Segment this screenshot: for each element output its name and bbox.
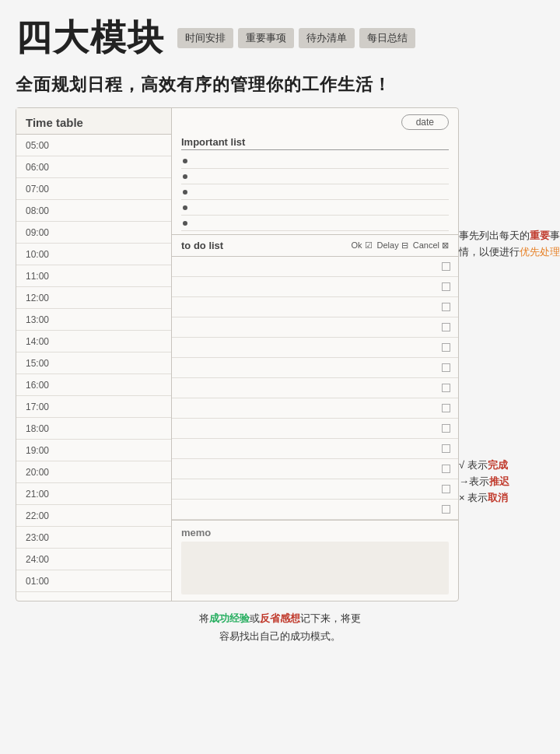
todo-title: to do list — [181, 240, 343, 251]
annot-reflect: 反省感想 — [260, 612, 300, 624]
todo-checkbox[interactable] — [442, 404, 450, 412]
todo-checkbox[interactable] — [442, 424, 450, 433]
todo-row — [172, 257, 458, 277]
time-row: 24:00 — [16, 549, 171, 570]
time-table-header: Time table — [16, 108, 171, 135]
todo-row — [172, 419, 458, 439]
todo-status: Ok ☑ Delay ⊟ Cancel ⊠ — [351, 240, 449, 251]
status-delay: Delay ⊟ — [377, 240, 408, 251]
right-annotations: 事先列出每天的重要事情，以便进行优先处理 √ 表示完成 →表示推迟 × 表示取消 — [459, 107, 560, 601]
annot-cancel: 取消 — [488, 492, 508, 503]
time-row: 11:00 — [16, 265, 171, 287]
memo-title: memo — [181, 527, 449, 538]
time-rows: 05:0006:0007:0008:0009:0010:0011:0012:00… — [16, 135, 171, 592]
todo-row — [172, 500, 458, 520]
todo-checkbox[interactable] — [442, 323, 450, 331]
time-row: 06:00 — [16, 156, 171, 178]
subtitle: 全面规划日程，高效有序的管理你的工作生活！ — [0, 68, 560, 107]
annot-todo: √ 表示完成 →表示推迟 × 表示取消 — [459, 458, 509, 506]
important-item[interactable] — [181, 169, 449, 184]
todo-checkbox[interactable] — [442, 465, 450, 473]
todo-row — [172, 378, 458, 398]
header-tabs: 时间安排 重要事项 待办清单 每日总结 — [177, 28, 415, 48]
important-title: Important list — [181, 136, 449, 148]
annot-important-keyword: 重要 — [530, 230, 550, 241]
bullet-icon — [183, 190, 187, 195]
card-inner: Time table 05:0006:0007:0008:0009:0010:0… — [16, 108, 458, 601]
todo-row — [172, 479, 458, 500]
todo-checkbox[interactable] — [442, 485, 450, 493]
right-col: date Important list to do list Ok ☑ — [172, 108, 458, 601]
todo-rows — [172, 257, 458, 520]
time-row: 19:00 — [16, 440, 171, 461]
time-row: 14:00 — [16, 331, 171, 352]
important-item[interactable] — [181, 216, 449, 231]
time-row: 09:00 — [16, 222, 171, 244]
time-row: 23:00 — [16, 527, 171, 549]
page-wrapper: 四大模块 时间安排 重要事项 待办清单 每日总结 全面规划日程，高效有序的管理你… — [0, 0, 560, 661]
bullet-icon — [183, 221, 187, 226]
annot-priority-keyword: 优先处理 — [520, 246, 560, 258]
annot-delay: 推迟 — [489, 475, 509, 487]
time-row: 07:00 — [16, 178, 171, 200]
time-row: 10:00 — [16, 244, 171, 265]
date-badge[interactable]: date — [401, 114, 449, 130]
status-ok: Ok ☑ — [351, 240, 372, 251]
header: 四大模块 时间安排 重要事项 待办清单 每日总结 — [0, 0, 560, 68]
time-row: 15:00 — [16, 352, 171, 374]
todo-checkbox[interactable] — [442, 282, 450, 291]
bullet-icon — [183, 205, 187, 210]
bullet-icon — [183, 159, 187, 163]
annot-important: 事先列出每天的重要事情，以便进行优先处理 — [459, 228, 560, 261]
todo-checkbox[interactable] — [442, 303, 450, 311]
tab-time[interactable]: 时间安排 — [177, 28, 233, 48]
todo-checkbox[interactable] — [442, 262, 450, 271]
time-row: 12:00 — [16, 287, 171, 309]
memo-area[interactable] — [181, 542, 449, 594]
important-items — [181, 153, 449, 231]
memo-section: memo — [172, 521, 458, 601]
time-table-col: Time table 05:0006:0007:0008:0009:0010:0… — [16, 108, 172, 601]
important-item[interactable] — [181, 153, 449, 169]
todo-section: to do list Ok ☑ Delay ⊟ Cancel ⊠ — [172, 235, 458, 521]
tab-todo[interactable]: 待办清单 — [299, 28, 355, 48]
todo-checkbox[interactable] — [442, 343, 450, 352]
time-row: 01:00 — [16, 570, 171, 592]
todo-row — [172, 317, 458, 338]
todo-row — [172, 338, 458, 358]
important-item[interactable] — [181, 200, 449, 216]
time-row: 18:00 — [16, 418, 171, 440]
status-cancel: Cancel ⊠ — [413, 240, 449, 251]
bullet-icon — [183, 174, 187, 179]
time-row: 13:00 — [16, 309, 171, 331]
todo-row — [172, 358, 458, 378]
time-row: 17:00 — [16, 396, 171, 418]
todo-checkbox[interactable] — [442, 444, 450, 453]
todo-row — [172, 297, 458, 317]
time-row: 20:00 — [16, 461, 171, 483]
bottom-annotation: 将成功经验或反省感想记下来，将更 容易找出自己的成功模式。 — [0, 609, 560, 661]
important-item[interactable] — [181, 184, 449, 200]
annot-success: 成功经验 — [209, 612, 250, 624]
important-section: Important list — [172, 133, 458, 235]
date-row: date — [172, 108, 458, 133]
time-row: 21:00 — [16, 483, 171, 505]
tab-important[interactable]: 重要事项 — [238, 28, 294, 48]
time-row: 22:00 — [16, 505, 171, 527]
main-card: Time table 05:0006:0007:0008:0009:0010:0… — [16, 107, 459, 601]
todo-checkbox[interactable] — [442, 505, 450, 514]
todo-checkbox[interactable] — [442, 384, 450, 392]
time-row: 16:00 — [16, 374, 171, 396]
todo-row — [172, 398, 458, 419]
annot-complete: 完成 — [488, 459, 508, 471]
tab-daily[interactable]: 每日总结 — [359, 28, 415, 48]
todo-header: to do list Ok ☑ Delay ⊟ Cancel ⊠ — [172, 235, 458, 257]
todo-row — [172, 459, 458, 479]
main-title: 四大模块 — [16, 14, 165, 62]
time-row: 05:00 — [16, 135, 171, 156]
todo-row — [172, 277, 458, 297]
todo-row — [172, 439, 458, 459]
time-row: 08:00 — [16, 200, 171, 222]
important-divider — [181, 149, 449, 150]
todo-checkbox[interactable] — [442, 363, 450, 372]
